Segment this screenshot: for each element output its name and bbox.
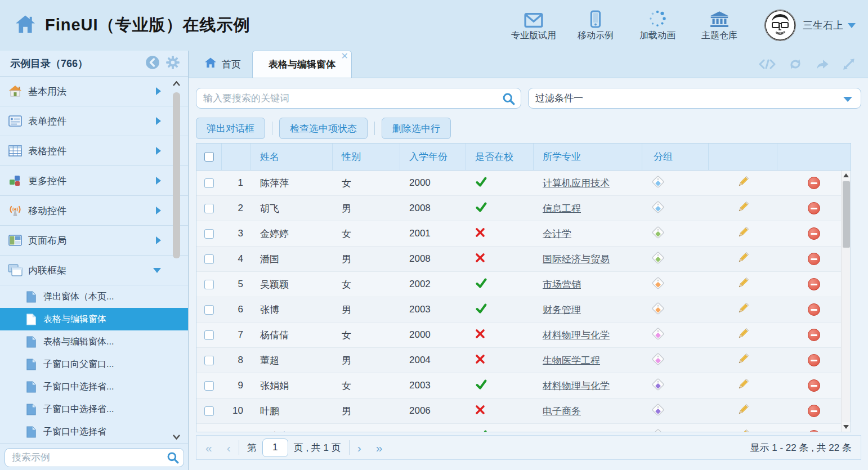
major-link[interactable]: 生物医学工程 — [543, 354, 600, 367]
filter-dropdown[interactable]: 过滤条件一 — [528, 88, 861, 109]
page-number-input[interactable] — [262, 438, 288, 457]
row-checkbox[interactable] — [204, 381, 214, 391]
edit-icon[interactable] — [736, 352, 750, 369]
edit-icon[interactable] — [736, 276, 750, 293]
major-link[interactable]: 电子商务 — [543, 405, 581, 418]
select-all-checkbox[interactable] — [204, 152, 214, 162]
edit-icon[interactable] — [736, 226, 750, 242]
col-group[interactable]: 分组 — [642, 144, 709, 170]
col-in-school[interactable]: 是否在校 — [466, 144, 534, 170]
delete-icon[interactable] — [808, 354, 820, 366]
user-caret-down-icon[interactable] — [848, 23, 856, 28]
close-tab-icon[interactable]: ✕ — [341, 52, 348, 61]
delete-rows-button[interactable]: 删除选中行 — [382, 118, 451, 139]
next-page-icon[interactable]: › — [357, 442, 361, 454]
sidebar-subitem[interactable]: 子窗口中选择省... — [0, 375, 188, 398]
table-row[interactable]: 1 陈萍萍 女 2000 计算机应用技术 — [196, 171, 851, 196]
first-page-icon[interactable]: « — [205, 442, 212, 454]
major-link[interactable]: 市场营销 — [543, 278, 581, 291]
col-year[interactable]: 入学年份 — [400, 144, 466, 170]
sidebar-group[interactable]: 表格控件 — [0, 136, 188, 166]
keyword-search-input[interactable] — [196, 88, 521, 109]
search-icon[interactable] — [502, 92, 515, 108]
tab-grid-edit-window[interactable]: 表格与编辑窗体 ✕ — [252, 51, 352, 78]
sidebar-search-input[interactable] — [5, 448, 184, 467]
sidebar-group[interactable]: 更多控件 — [0, 166, 188, 196]
avatar[interactable] — [764, 10, 796, 41]
table-row[interactable]: 11 叶晓晓 女 2002 管理科学 — [196, 424, 851, 432]
sidebar-subitem[interactable]: 子窗口向父窗口... — [0, 353, 188, 375]
edit-icon[interactable] — [736, 200, 750, 217]
edit-icon[interactable] — [736, 403, 750, 419]
row-checkbox[interactable] — [204, 330, 214, 340]
edit-icon[interactable] — [736, 175, 750, 191]
row-checkbox[interactable] — [204, 280, 214, 289]
edit-icon[interactable] — [736, 302, 750, 318]
sidebar-subitem[interactable]: 弹出窗体（本页... — [0, 285, 188, 308]
col-major[interactable]: 所学专业 — [534, 144, 642, 170]
header-action-trial[interactable]: 专业版试用 — [508, 9, 560, 42]
row-checkbox[interactable] — [204, 432, 214, 432]
major-link[interactable]: 材料物理与化学 — [543, 329, 610, 342]
delete-icon[interactable] — [808, 379, 820, 392]
row-checkbox[interactable] — [204, 204, 214, 213]
delete-icon[interactable] — [808, 253, 820, 265]
code-icon[interactable] — [759, 58, 776, 70]
row-checkbox[interactable] — [204, 406, 214, 416]
major-link[interactable]: 计算机应用技术 — [543, 177, 610, 190]
table-row[interactable]: 2 胡飞 男 2008 信息工程 — [196, 196, 851, 221]
sidebar-subitem[interactable]: 子窗口中选择省 — [0, 420, 188, 443]
edit-icon[interactable] — [736, 378, 750, 394]
edit-icon[interactable] — [736, 428, 750, 432]
sidebar-subitem[interactable]: 表格与编辑窗体 — [0, 308, 188, 330]
header-action-mobile[interactable]: 移动示例 — [570, 9, 621, 42]
tab-home[interactable]: 首页 — [193, 51, 252, 78]
table-row[interactable]: 6 张博 男 2003 财务管理 — [196, 297, 851, 323]
grid-scroll-thumb[interactable] — [843, 181, 850, 248]
table-row[interactable]: 7 杨倩倩 女 2000 材料物理与化学 — [196, 323, 851, 348]
major-link[interactable]: 信息工程 — [543, 202, 581, 215]
edit-icon[interactable] — [736, 327, 750, 343]
scroll-down-icon[interactable] — [172, 432, 181, 441]
delete-icon[interactable] — [808, 405, 820, 417]
table-row[interactable]: 4 潘国 男 2008 国际经济与贸易 — [196, 247, 851, 272]
major-link[interactable]: 管理科学 — [543, 430, 581, 432]
row-checkbox[interactable] — [204, 229, 214, 239]
major-link[interactable]: 国际经济与贸易 — [543, 253, 610, 266]
sidebar-group[interactable]: 页面布局 — [0, 226, 188, 256]
table-row[interactable]: 8 董超 男 2004 生物医学工程 — [196, 348, 851, 373]
sidebar-subitem[interactable]: 子窗口中选择省... — [0, 398, 188, 420]
search-icon[interactable] — [167, 451, 179, 466]
share-icon[interactable] — [815, 58, 830, 70]
sidebar-scrollbar[interactable] — [172, 79, 181, 441]
major-link[interactable]: 会计学 — [543, 227, 571, 240]
header-action-loading[interactable]: 加载动画 — [632, 9, 683, 42]
prev-page-icon[interactable]: ‹ — [227, 442, 231, 454]
delete-icon[interactable] — [808, 278, 820, 290]
open-dialog-button[interactable]: 弹出对话框 — [196, 118, 265, 139]
delete-icon[interactable] — [808, 329, 820, 341]
row-checkbox[interactable] — [204, 178, 214, 188]
delete-icon[interactable] — [808, 303, 820, 316]
sidebar-group[interactable]: 移动控件 — [0, 196, 188, 226]
sidebar-group[interactable]: 表单控件 — [0, 106, 188, 136]
col-gender[interactable]: 性别 — [333, 144, 400, 170]
sidebar-group[interactable]: 基本用法 — [0, 77, 188, 106]
username[interactable]: 三生石上 — [803, 19, 843, 32]
row-checkbox[interactable] — [204, 305, 214, 315]
delete-icon[interactable] — [808, 202, 820, 214]
delete-icon[interactable] — [808, 177, 820, 189]
table-row[interactable]: 9 张娟娟 女 2003 材料物理与化学 — [196, 373, 851, 399]
major-link[interactable]: 财务管理 — [543, 303, 581, 316]
table-row[interactable]: 10 叶鹏 男 2006 电子商务 — [196, 399, 851, 424]
fullscreen-icon[interactable] — [842, 57, 856, 71]
header-action-themes[interactable]: 主题仓库 — [693, 9, 745, 42]
table-row[interactable]: 5 吴颖颖 女 2002 市场营销 — [196, 272, 851, 297]
delete-icon[interactable] — [808, 430, 820, 432]
major-link[interactable]: 材料物理与化学 — [543, 379, 610, 392]
row-checkbox[interactable] — [204, 356, 214, 365]
sidebar-subitem[interactable]: 表格与编辑窗体... — [0, 330, 188, 353]
sidebar-group[interactable]: 内联框架 — [0, 256, 188, 285]
scroll-down-icon[interactable] — [842, 422, 851, 432]
table-row[interactable]: 3 金婷婷 女 2001 会计学 — [196, 221, 851, 247]
